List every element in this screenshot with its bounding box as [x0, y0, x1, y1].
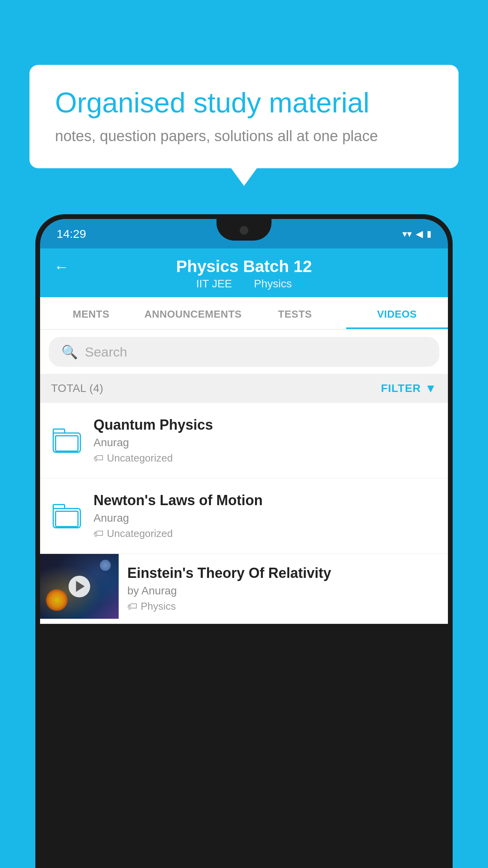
item-title: Newton's Laws of Motion: [94, 492, 437, 509]
status-bar: 14:29 ▾▾ ◀ ▮: [40, 219, 448, 248]
app-bar-subtitle: IIT JEE Physics: [191, 278, 297, 290]
phone-frame: 14:29 ▾▾ ◀ ▮ ← Physics Batch 12 IIT JEE …: [35, 214, 453, 868]
video-tag-icon: 🏷: [127, 600, 138, 612]
bubble-subtitle: notes, question papers, solutions all at…: [55, 128, 433, 145]
item-title: Quantum Physics: [94, 417, 437, 433]
search-input[interactable]: Search: [85, 344, 127, 360]
item-icon: [51, 428, 83, 453]
app-bar: ← Physics Batch 12 IIT JEE Physics: [40, 248, 448, 297]
item-info: Quantum Physics Anurag 🏷 Uncategorized: [94, 417, 437, 464]
total-count: TOTAL (4): [51, 382, 103, 395]
camera-dot: [240, 226, 248, 235]
battery-icon: ▮: [427, 229, 431, 239]
video-tag-label: Physics: [141, 600, 176, 612]
search-bar[interactable]: 🔍 Search: [49, 337, 439, 367]
filter-funnel-icon: ▼: [425, 382, 437, 395]
video-thumbnail: [40, 554, 119, 619]
subtitle-physics: Physics: [254, 278, 292, 290]
item-info: Newton's Laws of Motion Anurag 🏷 Uncateg…: [94, 492, 437, 540]
list-item-video[interactable]: Einstein's Theory Of Relativity by Anura…: [40, 554, 448, 624]
phone-inner: 14:29 ▾▾ ◀ ▮ ← Physics Batch 12 IIT JEE …: [40, 219, 448, 868]
video-title: Einstein's Theory Of Relativity: [127, 565, 439, 581]
tab-announcements[interactable]: ANNOUNCEMENTS: [142, 297, 244, 329]
tag-icon: 🏷: [94, 452, 104, 464]
list-item[interactable]: Newton's Laws of Motion Anurag 🏷 Uncateg…: [40, 478, 448, 554]
video-info: Einstein's Theory Of Relativity by Anura…: [119, 554, 448, 623]
folder-icon: [53, 504, 81, 528]
tab-videos[interactable]: VIDEOS: [346, 297, 448, 329]
status-time: 14:29: [57, 227, 86, 241]
filter-row: TOTAL (4) FILTER ▼: [40, 374, 448, 403]
subtitle-iitjee: IIT JEE: [196, 278, 232, 290]
tab-tests[interactable]: TESTS: [244, 297, 346, 329]
notch: [216, 219, 272, 241]
tag-label: Uncategorized: [107, 452, 173, 464]
play-triangle-icon: [76, 581, 84, 592]
speech-bubble: Organised study material notes, question…: [29, 65, 459, 168]
video-list: Quantum Physics Anurag 🏷 Uncategorized: [40, 403, 448, 624]
video-author: by Anurag: [127, 585, 439, 597]
filter-button[interactable]: FILTER ▼: [381, 382, 437, 395]
speech-bubble-container: Organised study material notes, question…: [29, 65, 459, 168]
status-icons: ▾▾ ◀ ▮: [402, 228, 431, 239]
play-button[interactable]: [69, 576, 90, 597]
tab-ments[interactable]: MENTS: [40, 297, 142, 329]
filter-label: FILTER: [381, 382, 421, 395]
item-author: Anurag: [94, 436, 437, 449]
tag-label: Uncategorized: [107, 528, 173, 540]
back-button[interactable]: ←: [54, 259, 69, 276]
tag-icon: 🏷: [94, 528, 104, 540]
app-bar-title: Physics Batch 12: [176, 257, 312, 276]
search-icon: 🔍: [61, 344, 78, 360]
item-tag: 🏷 Uncategorized: [94, 528, 437, 540]
wifi-icon: ▾▾: [402, 228, 412, 239]
list-item[interactable]: Quantum Physics Anurag 🏷 Uncategorized: [40, 403, 448, 478]
signal-icon: ◀: [416, 228, 423, 239]
tabs-bar: MENTS ANNOUNCEMENTS TESTS VIDEOS: [40, 297, 448, 330]
item-author: Anurag: [94, 512, 437, 524]
folder-icon: [53, 428, 81, 453]
video-tag: 🏷 Physics: [127, 600, 439, 612]
bubble-title: Organised study material: [55, 86, 433, 119]
search-container: 🔍 Search: [40, 330, 448, 374]
item-icon: [51, 504, 83, 528]
item-tag: 🏷 Uncategorized: [94, 452, 437, 464]
